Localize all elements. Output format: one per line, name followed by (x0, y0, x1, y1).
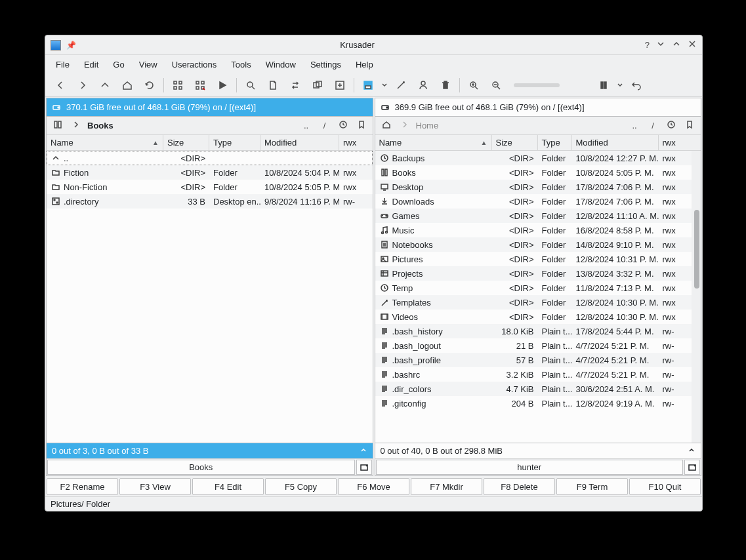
path-up-dots[interactable]: .. (627, 121, 642, 130)
file-row[interactable]: Fiction<DIR>Folder10/8/2024 5:04 P. M.rw… (47, 165, 373, 180)
search-icon[interactable] (239, 75, 262, 95)
right-disk-info[interactable]: 369.9 GiB free out of 468.1 GiB (79%) on… (375, 98, 701, 117)
user-icon[interactable] (412, 75, 434, 95)
fkey-f7[interactable]: F7 Mkdir (411, 478, 482, 495)
fkey-f5[interactable]: F5 Copy (265, 478, 337, 495)
file-row[interactable]: .dir_colors4.7 KiBPlain t...30/6/2024 2:… (375, 382, 701, 396)
right-file-list[interactable]: Backups<DIR>Folder10/8/2024 12:27 P. M.r… (375, 151, 701, 443)
help-icon[interactable]: ? (645, 40, 650, 50)
dropdown-icon[interactable] (379, 75, 390, 95)
right-breadcrumb[interactable]: Home (416, 121, 439, 130)
menu-go[interactable]: Go (106, 57, 131, 72)
zoom-in-icon[interactable] (463, 75, 485, 95)
header-name[interactable]: Name▲ (375, 135, 492, 150)
fkey-f2[interactable]: F2 Rename (47, 478, 118, 495)
header-modified[interactable]: Modified (260, 135, 339, 150)
left-disk-info[interactable]: 370.1 GiB free out of 468.1 GiB (79%) on… (47, 98, 373, 117)
scrollbar-track[interactable] (692, 151, 701, 443)
file-row[interactable]: Music<DIR>Folder16/8/2024 8:58 P. M.rwx (375, 223, 701, 237)
dropdown-icon[interactable] (615, 75, 625, 95)
file-row[interactable]: Pictures<DIR>Folder12/8/2024 10:31 P. M.… (375, 252, 701, 266)
minimize-icon[interactable] (656, 39, 665, 50)
header-type[interactable]: Type (538, 135, 572, 150)
maximize-icon[interactable] (672, 39, 681, 50)
left-file-list[interactable]: ..<DIR>Fiction<DIR>Folder10/8/2024 5:04 … (47, 151, 373, 443)
expand-up-icon[interactable] (688, 446, 695, 456)
file-row[interactable]: .directory33 BDesktop en...9/8/2024 11:1… (47, 194, 373, 209)
new-tab-button[interactable] (684, 460, 700, 475)
trash-icon[interactable] (434, 75, 457, 95)
menu-help[interactable]: Help (349, 57, 380, 72)
fkey-f10[interactable]: F10 Quit (629, 478, 701, 495)
file-row[interactable]: .bash_profile57 BPlain t...4/7/2024 5:21… (375, 353, 701, 367)
file-row[interactable]: Videos<DIR>Folder12/8/2024 10:30 P. M.rw… (375, 310, 701, 324)
menu-tools[interactable]: Tools (224, 57, 257, 72)
path-bookmark-icon[interactable] (682, 120, 697, 131)
header-type[interactable]: Type (209, 135, 260, 150)
file-row[interactable]: Games<DIR>Folder12/8/2024 11:10 A. M.rwx (375, 209, 701, 223)
fkey-f9[interactable]: F9 Term (556, 478, 628, 495)
path-bookmark-icon[interactable] (354, 120, 369, 131)
header-modified[interactable]: Modified (572, 135, 659, 150)
home-icon[interactable] (379, 120, 394, 131)
fkey-f3[interactable]: F3 View (119, 478, 191, 495)
file-row[interactable]: Downloads<DIR>Folder17/8/2024 7:06 P. M.… (375, 194, 701, 209)
path-root[interactable]: / (646, 121, 660, 130)
expand-up-icon[interactable] (360, 446, 367, 456)
file-row[interactable]: Non-Fiction<DIR>Folder10/8/2024 5:05 P. … (47, 180, 373, 194)
nav-back-icon[interactable] (49, 75, 72, 95)
clone-pane-icon[interactable] (306, 75, 329, 95)
reload-icon[interactable] (138, 75, 161, 95)
menu-edit[interactable]: Edit (77, 57, 105, 72)
file-row[interactable]: Backups<DIR>Folder10/8/2024 12:27 P. M.r… (375, 151, 701, 165)
nav-up-icon[interactable] (94, 75, 116, 95)
header-rwx[interactable]: rwx (659, 135, 684, 150)
header-name[interactable]: Name▲ (47, 135, 163, 150)
menu-useractions[interactable]: Useractions (165, 57, 224, 72)
header-rwx[interactable]: rwx (339, 135, 364, 150)
path-root[interactable]: / (318, 121, 332, 130)
close-icon[interactable] (688, 39, 697, 50)
home-icon[interactable] (116, 75, 138, 95)
pin-icon[interactable] (66, 40, 76, 50)
right-tab[interactable]: hunter (376, 460, 684, 475)
menu-file[interactable]: File (49, 57, 76, 72)
path-history-icon[interactable] (664, 120, 678, 131)
header-size[interactable]: Size (163, 135, 209, 150)
file-row[interactable]: .bash_history18.0 KiBPlain t...17/8/2024… (375, 324, 701, 338)
swap-panes-icon[interactable] (284, 75, 306, 95)
deselect-grid-icon[interactable] (189, 75, 211, 95)
panel-book-icon[interactable] (51, 120, 65, 131)
expand-icon[interactable] (329, 75, 351, 95)
pause-icon[interactable] (592, 75, 615, 95)
fkey-f4[interactable]: F4 Edit (192, 478, 264, 495)
file-row[interactable]: Desktop<DIR>Folder17/8/2024 7:06 P. M.rw… (375, 180, 701, 194)
file-row[interactable]: .gitconfig204 BPlain t...12/8/2024 9:19 … (375, 396, 701, 410)
new-tab-button[interactable] (356, 460, 372, 475)
menu-settings[interactable]: Settings (304, 57, 348, 72)
menu-window[interactable]: Window (259, 57, 302, 72)
left-tab[interactable]: Books (47, 460, 355, 475)
file-row[interactable]: Books<DIR>Folder10/8/2024 5:05 P. M.rwx (375, 165, 701, 180)
path-up-dots[interactable]: .. (299, 121, 314, 130)
path-history-icon[interactable] (336, 120, 350, 131)
fkey-f8[interactable]: F8 Delete (484, 478, 555, 495)
undo-icon[interactable] (625, 75, 648, 95)
header-size[interactable]: Size (492, 135, 538, 150)
file-row[interactable]: Temp<DIR>Folder11/8/2024 7:13 P. M.rwx (375, 281, 701, 295)
run-icon[interactable] (211, 75, 234, 95)
save-icon[interactable] (357, 75, 379, 95)
fkey-f6[interactable]: F6 Move (338, 478, 409, 495)
file-row[interactable]: .bashrc3.2 KiBPlain t...4/7/2024 5:21 P.… (375, 367, 701, 382)
wand-icon[interactable] (390, 75, 412, 95)
scrollbar-thumb[interactable] (694, 210, 699, 289)
nav-forward-icon[interactable] (72, 75, 94, 95)
file-row[interactable]: .bash_logout21 BPlain t...4/7/2024 5:21 … (375, 338, 701, 353)
file-row[interactable]: Notebooks<DIR>Folder14/8/2024 9:10 P. M.… (375, 237, 701, 252)
file-row[interactable]: ..<DIR> (47, 151, 373, 165)
menu-view[interactable]: View (133, 57, 164, 72)
select-grid-icon[interactable] (167, 75, 189, 95)
zoom-out-icon[interactable] (485, 75, 507, 95)
zoom-slider[interactable] (514, 83, 560, 87)
file-row[interactable]: Templates<DIR>Folder12/8/2024 10:30 P. M… (375, 295, 701, 310)
